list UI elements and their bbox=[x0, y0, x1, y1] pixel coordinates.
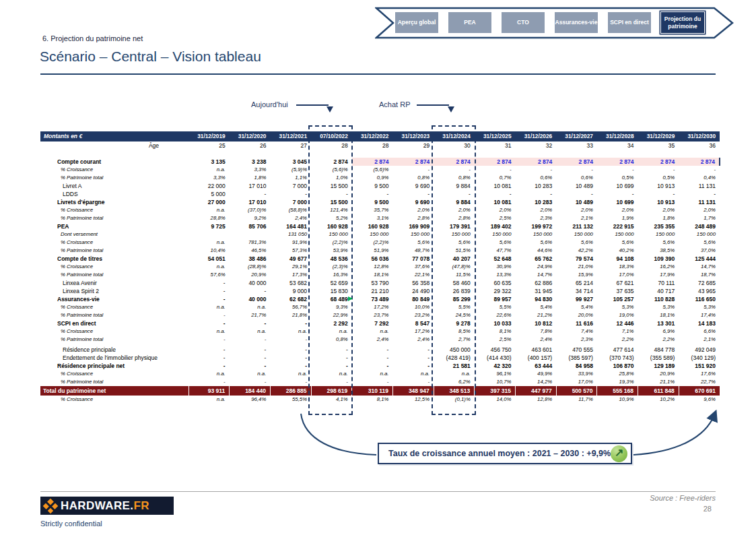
cell: 53 682 bbox=[270, 279, 311, 287]
cell: 121,4% bbox=[311, 206, 352, 214]
cell: 16,3% bbox=[311, 271, 352, 279]
cell: 2,1% bbox=[556, 214, 597, 222]
cell: 18,3% bbox=[597, 263, 638, 271]
column-header: 31/12/2022 bbox=[352, 131, 393, 141]
table-row: Livrets d'épargne27 00017 0107 00015 500… bbox=[40, 198, 720, 206]
tab-apercu-global[interactable]: Aperçu global bbox=[395, 12, 438, 33]
cell: 2 874 bbox=[679, 158, 720, 166]
cell: 470 555 bbox=[556, 344, 597, 354]
cell: 56 036 bbox=[352, 255, 393, 263]
row-label: % Patrimoine total bbox=[40, 378, 188, 386]
cell: 5,3% bbox=[679, 303, 720, 311]
cell: - bbox=[311, 344, 352, 354]
tab-assurances-vie[interactable]: Assurances-vie bbox=[555, 12, 598, 33]
cell: 2 874 bbox=[556, 158, 597, 166]
cell: 189 402 bbox=[475, 222, 516, 230]
cell: 2 874 bbox=[434, 158, 475, 166]
cell: 18,1% bbox=[638, 311, 679, 319]
column-header: 31/12/2030 bbox=[679, 131, 720, 141]
cell: 7,1% bbox=[597, 327, 638, 336]
cell: (385 597) bbox=[556, 354, 597, 362]
cell: (28,8)% bbox=[230, 263, 271, 271]
table-row: % Croissancen.a.n.a.n.a.n.a.n.a.n.a.n.a.… bbox=[40, 370, 720, 378]
cell: 10,7% bbox=[475, 378, 516, 386]
cell: n.a. bbox=[352, 327, 393, 336]
column-header: 31/12/2029 bbox=[638, 131, 679, 141]
cell: (2,2)% bbox=[311, 239, 352, 247]
cell: - bbox=[352, 344, 393, 354]
cell: 49,9% bbox=[516, 370, 557, 378]
cell: 53 790 bbox=[352, 279, 393, 287]
cell: 2,0% bbox=[679, 206, 720, 214]
cell: n.a. bbox=[188, 396, 230, 404]
cell: 43 965 bbox=[679, 287, 720, 295]
cell: 70 111 bbox=[638, 279, 679, 287]
cell: 5,6% bbox=[556, 239, 597, 247]
cell: 109 390 bbox=[638, 255, 679, 263]
cell: - bbox=[188, 287, 230, 295]
projection-table-wrap: Montants en €31/12/201931/12/202031/12/2… bbox=[40, 131, 720, 404]
row-label: % Croissance bbox=[40, 396, 188, 404]
cell: 51,5% bbox=[434, 247, 475, 255]
cell: 9,3% bbox=[311, 303, 352, 311]
cell: 2 874 bbox=[516, 158, 557, 166]
tab-projection-du-patrimoine[interactable]: Projection du patrimoine bbox=[661, 12, 704, 33]
cell: n.a. bbox=[188, 303, 230, 311]
table-row: % Patrimoine total------6,2%10,7%14,2%17… bbox=[40, 378, 720, 386]
row-label: Assurances-vie bbox=[40, 295, 188, 303]
row-label: LDDS bbox=[40, 190, 188, 198]
cell: 37,0% bbox=[679, 247, 720, 255]
cell: 57,3% bbox=[270, 247, 311, 255]
table-row: Total du patrimoine net93 911184 440286 … bbox=[40, 386, 720, 396]
nav-tabs: Aperçu global PEA CTO Assurances-vie SCP… bbox=[395, 12, 704, 33]
row-label: Compte de titres bbox=[40, 255, 188, 263]
row-label: % Croissance bbox=[40, 239, 188, 247]
cell: 10 081 bbox=[475, 198, 516, 206]
tab-scpi-en-direct[interactable]: SCPI en direct bbox=[608, 12, 651, 33]
cell: 484 778 bbox=[638, 344, 679, 354]
cell: 17 010 bbox=[230, 182, 271, 190]
cell: (58,8)% bbox=[270, 206, 311, 214]
cell: 348 947 bbox=[392, 386, 434, 396]
cell: 22,1% bbox=[392, 271, 434, 279]
cell: - bbox=[188, 362, 230, 370]
cell: 0,4% bbox=[679, 174, 720, 182]
row-label: % Patrimoine total bbox=[40, 311, 188, 319]
row-label: Résidence principale bbox=[40, 344, 188, 354]
cell: 17,4% bbox=[679, 311, 720, 319]
cell: 12,5% bbox=[392, 396, 434, 404]
cell: 93 911 bbox=[188, 386, 230, 396]
cell: - bbox=[352, 378, 393, 386]
cell: - bbox=[475, 190, 516, 198]
cell: 110 828 bbox=[638, 295, 679, 303]
cell: 7 292 bbox=[352, 319, 393, 327]
cell: 5,6% bbox=[434, 239, 475, 247]
cell: - bbox=[638, 166, 679, 174]
cell: 65 214 bbox=[556, 279, 597, 287]
cell: 14,2% bbox=[516, 378, 557, 386]
cell: 5,2% bbox=[311, 214, 352, 222]
cell: 5,3% bbox=[597, 303, 638, 311]
cell: 5,4% bbox=[556, 303, 597, 311]
cell: 105 257 bbox=[597, 295, 638, 303]
cell: 2,7% bbox=[434, 336, 475, 344]
column-header: 07/10/2022 bbox=[311, 131, 352, 141]
cell: 24,9% bbox=[516, 263, 557, 271]
table-row: LDDS5 000------------ bbox=[40, 190, 720, 198]
cell: 48,7% bbox=[392, 247, 434, 255]
tab-pea[interactable]: PEA bbox=[448, 12, 491, 33]
cell: 37,6% bbox=[392, 263, 434, 271]
cell: 397 315 bbox=[475, 386, 516, 396]
cell: 131 050 bbox=[270, 230, 311, 239]
table-row: Linxea Avenir-40 00053 68252 65953 79056… bbox=[40, 279, 720, 287]
cell: - bbox=[188, 354, 230, 362]
cell: n.a. bbox=[230, 327, 271, 336]
cell: 10,9% bbox=[597, 396, 638, 404]
cell: 14,7% bbox=[516, 271, 557, 279]
column-header: 31/12/2026 bbox=[516, 131, 557, 141]
projection-table: Montants en €31/12/201931/12/202031/12/2… bbox=[40, 131, 720, 404]
tab-cto[interactable]: CTO bbox=[502, 12, 545, 33]
cell: n.a. bbox=[311, 370, 352, 378]
cell: 7 000 bbox=[270, 198, 311, 206]
cell: - bbox=[392, 344, 434, 354]
